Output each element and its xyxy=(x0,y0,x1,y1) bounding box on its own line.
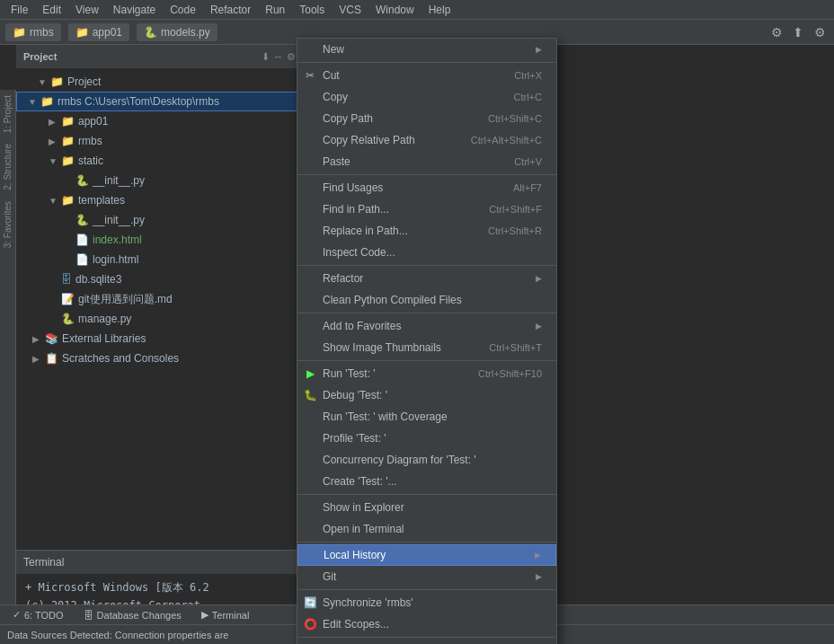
menu-profile-test[interactable]: Profile 'Test: ' xyxy=(297,428,556,449)
menu-new[interactable]: New xyxy=(297,39,556,60)
menu-run-coverage[interactable]: Run 'Test: ' with Coverage xyxy=(297,406,556,428)
sep9 xyxy=(297,637,556,638)
find-path-shortcut: Ctrl+Shift+F xyxy=(489,204,542,215)
scopes-icon: ⭕ xyxy=(303,617,317,631)
sep6 xyxy=(297,494,556,495)
copy-rel-shortcut: Ctrl+Alt+Shift+C xyxy=(471,135,542,146)
copy-shortcut: Ctrl+C xyxy=(514,92,542,102)
menu-cut[interactable]: ✂ Cut Ctrl+X xyxy=(297,65,556,86)
menu-show-explorer[interactable]: Show in Explorer xyxy=(297,497,556,518)
sep3 xyxy=(297,265,556,266)
run-test-shortcut: Ctrl+Shift+F10 xyxy=(478,368,542,379)
cut-icon: ✂ xyxy=(303,68,317,83)
sync-icon-menu: 🔄 xyxy=(303,595,317,610)
menu-clean-compiled[interactable]: Clean Python Compiled Files xyxy=(297,289,556,311)
paste-shortcut: Ctrl+V xyxy=(514,156,542,167)
sep2 xyxy=(297,174,556,175)
menu-synchronize[interactable]: 🔄 Synchronize 'rmbs' xyxy=(297,592,556,613)
menu-copy-path[interactable]: Copy Path Ctrl+Shift+C xyxy=(297,108,556,129)
menu-refactor[interactable]: Refactor xyxy=(297,268,556,289)
find-usages-shortcut: Alt+F7 xyxy=(513,182,542,193)
replace-path-shortcut: Ctrl+Shift+R xyxy=(488,225,542,236)
sep8 xyxy=(297,589,556,590)
menu-local-history[interactable]: Local History xyxy=(297,544,556,566)
debug-icon: 🐛 xyxy=(303,388,317,402)
menu-copy-rel-path[interactable]: Copy Relative Path Ctrl+Alt+Shift+C xyxy=(297,129,556,151)
sep4 xyxy=(297,313,556,313)
menu-paste[interactable]: Paste Ctrl+V xyxy=(297,151,556,172)
menu-find-in-path[interactable]: Find in Path... Ctrl+Shift+F xyxy=(297,198,556,220)
menu-open-terminal[interactable]: Open in Terminal xyxy=(297,518,556,540)
menu-edit-scopes[interactable]: ⭕ Edit Scopes... xyxy=(297,613,556,635)
menu-copy[interactable]: Copy Ctrl+C xyxy=(297,86,556,108)
sep7 xyxy=(297,542,556,543)
menu-show-thumbnails[interactable]: Show Image Thumbnails Ctrl+Shift+T xyxy=(297,337,556,358)
cut-shortcut: Ctrl+X xyxy=(514,70,542,81)
menu-inspect-code[interactable]: Inspect Code... xyxy=(297,242,556,263)
menu-run-test[interactable]: ▶ Run 'Test: ' Ctrl+Shift+F10 xyxy=(297,363,556,384)
menu-git[interactable]: Git xyxy=(297,566,556,587)
menu-directory-path[interactable]: Directory Path Ctrl+Alt+F12 xyxy=(297,640,556,644)
menu-replace-path[interactable]: Replace in Path... Ctrl+Shift+R xyxy=(297,220,556,242)
copy-path-shortcut: Ctrl+Shift+C xyxy=(488,113,542,124)
menu-concurrency[interactable]: Concurrency Diagram for 'Test: ' xyxy=(297,449,556,471)
context-menu: New ✂ Cut Ctrl+X Copy Ctrl+C Copy Path C… xyxy=(297,38,557,644)
menu-add-favorites[interactable]: Add to Favorites xyxy=(297,315,556,337)
sep5 xyxy=(297,360,556,361)
menu-debug-test[interactable]: 🐛 Debug 'Test: ' xyxy=(297,384,556,406)
thumbnails-shortcut: Ctrl+Shift+T xyxy=(489,342,542,353)
context-menu-overlay: New ✂ Cut Ctrl+X Copy Ctrl+C Copy Path C… xyxy=(0,0,834,644)
sep1 xyxy=(297,62,556,63)
menu-create-test[interactable]: Create 'Test: '... xyxy=(297,471,556,492)
run-icon: ▶ xyxy=(303,366,317,381)
menu-find-usages[interactable]: Find Usages Alt+F7 xyxy=(297,177,556,198)
